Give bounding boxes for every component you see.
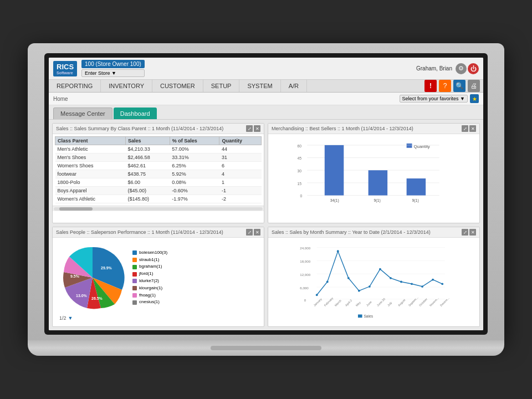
svg-text:Quantity: Quantity (413, 144, 429, 149)
panel-expand-icon-4[interactable]: ⤢ (462, 229, 468, 236)
legend-item: ldurke7(2) (132, 278, 167, 285)
svg-point-32 (316, 294, 318, 296)
svg-text:24,000: 24,000 (300, 246, 310, 250)
svg-rect-13 (369, 170, 388, 195)
svg-text:34(1): 34(1) (330, 198, 339, 203)
table-row: 1800-Polo$6.000.08%1 (55, 178, 262, 187)
svg-rect-0 (407, 144, 412, 148)
svg-text:July: July (387, 301, 393, 307)
panel-expand-icon-3[interactable]: ⤢ (246, 229, 253, 236)
svg-text:9(1): 9(1) (374, 198, 381, 203)
pie-pagination: 1/2 ▼ (55, 315, 262, 323)
tab-dashboard[interactable]: Dashboard (114, 108, 157, 119)
pie-chart-svg: 29.9% 13.0% 26.5% 9.5% (59, 244, 126, 311)
help-icon[interactable]: ? (439, 80, 451, 92)
svg-text:13.0%: 13.0% (76, 294, 88, 298)
svg-point-43 (432, 279, 434, 281)
panel-expand-icon[interactable]: ⤢ (246, 125, 253, 132)
svg-text:April-2: April-2 (344, 299, 352, 307)
svg-text:Decem...: Decem... (439, 296, 450, 307)
rics-logo: RICS Software (53, 61, 77, 76)
scroll-thumb (59, 207, 93, 211)
nav-setup[interactable]: SETUP (203, 80, 240, 92)
tab-bar: Message Center Dashboard (49, 105, 483, 120)
favorites-bar: Select from your favorites ▼ ★ (400, 94, 479, 103)
legend-color (132, 293, 137, 298)
panel-close-icon-4[interactable]: ✕ (469, 229, 476, 236)
svg-point-38 (379, 268, 381, 270)
svg-text:6,000: 6,000 (300, 286, 309, 290)
search-icon[interactable]: 🔍 (453, 80, 466, 92)
svg-rect-14 (407, 178, 426, 196)
svg-text:May: May (355, 300, 361, 306)
panel-sales-month: Sales :: Sales by Month Summary :: Year … (268, 227, 480, 327)
laptop-base (28, 340, 504, 356)
legend-color (132, 300, 137, 305)
panel-close-icon[interactable]: ✕ (254, 125, 260, 132)
panel-sales-summary-content: Class Parent Sales % of Sales Quantity M… (53, 134, 264, 206)
panel-icons-4: ⤢ ✕ (462, 229, 476, 236)
power-icon[interactable]: ⏻ (468, 63, 479, 74)
panel-best-sellers: Merchandising :: Best Sellers :: 1 Month… (268, 123, 480, 223)
table-row: Women's Athletic($145.80)-1.97%-2 (55, 195, 262, 203)
sales-summary-table: Class Parent Sales % of Sales Quantity M… (55, 136, 262, 203)
panel-salesperson-content: 29.9% 13.0% 26.5% 9.5% bolesen100(3)stra… (53, 238, 264, 325)
dashboard: Sales :: Sales Summary By Class Parent :… (49, 120, 483, 330)
panel-salesperson: Sales People :: Saleperson Performance :… (52, 227, 264, 327)
svg-text:30: 30 (298, 169, 302, 173)
favorites-select[interactable]: Select from your favorites ▼ (400, 95, 468, 103)
panel-close-icon-3[interactable]: ✕ (254, 229, 260, 236)
nav-ar[interactable]: A/R (281, 80, 307, 92)
panel-close-icon-2[interactable]: ✕ (469, 125, 476, 132)
svg-point-35 (347, 277, 350, 279)
legend-item: jford(1) (132, 270, 167, 278)
svg-text:0: 0 (304, 298, 306, 302)
pie-legend: bolesen100(3)straub1(1)bgraham(1)jford(1… (132, 249, 167, 306)
logo-area: RICS Software 100 (Store Owner 100) Ente… (53, 60, 145, 77)
legend-item: bgraham(1) (132, 263, 167, 270)
favorites-star-icon[interactable]: ★ (470, 94, 479, 103)
panel-icons-2: ⤢ ✕ (462, 125, 476, 132)
svg-text:9(1): 9(1) (412, 198, 419, 203)
nav-system[interactable]: SYSTEM (239, 80, 280, 92)
header-right: Graham, Brian ⚙ ⏻ (416, 63, 479, 74)
panel-sales-month-header: Sales :: Sales by Month Summary :: Year … (268, 227, 479, 238)
legend-color (132, 258, 137, 262)
nav-inventory[interactable]: INVENTORY (101, 80, 152, 92)
sales-scrollbar[interactable] (53, 206, 264, 211)
svg-text:26.5%: 26.5% (91, 296, 103, 300)
col-class-parent: Class Parent (55, 137, 126, 145)
pie-next-page[interactable]: ▼ (68, 315, 73, 321)
store-name: 100 (Store Owner 100) (81, 60, 145, 68)
alert-icon[interactable]: ! (424, 80, 437, 92)
print-icon[interactable]: 🖨 (468, 80, 480, 92)
table-row: Women's Shoes$462.616.25%6 (55, 162, 262, 170)
table-row: footwear$438.755.92%4 (55, 170, 262, 178)
scroll-track (54, 207, 263, 211)
enter-store-button[interactable]: Enter Store ▼ (81, 69, 145, 77)
screen-bezel: RICS Software 100 (Store Owner 100) Ente… (44, 53, 488, 335)
panel-salesperson-header: Sales People :: Saleperson Performance :… (53, 227, 264, 238)
store-info: 100 (Store Owner 100) Enter Store ▼ (81, 60, 145, 77)
legend-item: klourgain(1) (132, 285, 167, 292)
svg-point-34 (337, 250, 339, 252)
bar-chart-svg: Quantity 60 45 30 15 0 (274, 141, 474, 217)
table-row: Men's Athletic$4,210.3357.00%44 (55, 145, 262, 154)
tab-message-center[interactable]: Message Center (53, 108, 112, 119)
nav-reporting[interactable]: REPORTING (49, 80, 101, 92)
legend-item: fhoag(1) (132, 292, 167, 299)
nav-customer[interactable]: CUSTOMER (152, 80, 203, 92)
svg-rect-58 (358, 314, 362, 318)
panel-expand-icon-2[interactable]: ⤢ (462, 125, 468, 132)
settings-icon[interactable]: ⚙ (456, 63, 467, 74)
svg-text:Sales: Sales (364, 314, 373, 318)
svg-point-39 (390, 277, 392, 279)
panel-sales-summary-header: Sales :: Sales Summary By Class Parent :… (53, 124, 264, 134)
panel-icons: ⤢ ✕ (246, 125, 260, 132)
svg-text:0: 0 (300, 195, 302, 198)
svg-text:February: February (323, 296, 334, 307)
screen: RICS Software 100 (Store Owner 100) Ente… (49, 58, 483, 330)
svg-point-37 (369, 285, 371, 288)
svg-text:15: 15 (298, 182, 302, 186)
legend-color (132, 272, 137, 277)
